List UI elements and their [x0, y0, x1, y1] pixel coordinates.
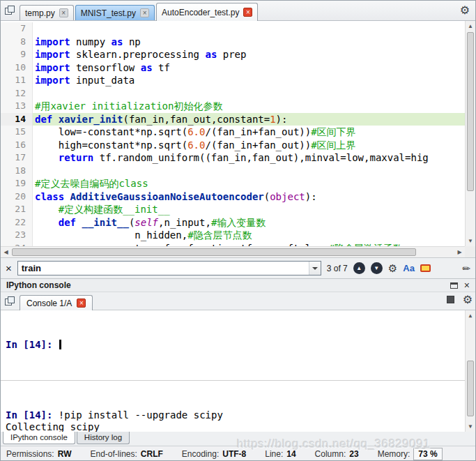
tab-close-icon[interactable]: ×: [59, 8, 68, 17]
tab-close-icon[interactable]: ×: [140, 8, 149, 17]
code-token: In [14]:: [6, 409, 59, 421]
chevron-down-icon: [312, 267, 318, 270]
status-item-endoflines: End-of-lines:CRLF: [90, 449, 162, 459]
scroll-up-arrow-icon[interactable]: ▲: [466, 21, 475, 31]
code-token: def: [35, 114, 52, 125]
editor-tabs: temp.py×MNIST_test.py×AutoEncoder_test.p…: [20, 1, 259, 20]
code-line[interactable]: 18: [1, 165, 465, 178]
code-token: #用xavier initialization初始化参数: [35, 100, 222, 112]
console-tab-label: Console 1/A: [26, 298, 72, 308]
code-line[interactable]: 9import sklearn.preprocessing as prep: [1, 48, 465, 61]
interrupt-stop-icon[interactable]: [447, 296, 454, 303]
status-value: 23: [349, 449, 358, 459]
status-label: Line:: [265, 449, 283, 459]
code-line[interactable]: 20class AdditiveGaussioanNoiseAutoencode…: [1, 190, 465, 204]
code-token: 6.0: [187, 139, 205, 151]
console-tab-bar-actions: ⚙: [447, 293, 473, 310]
code-token: /(fan_in+fan_out)): [205, 139, 311, 151]
code-line[interactable]: 8import numpy as np: [1, 36, 465, 49]
line-number: 8: [1, 36, 33, 49]
scroll-right-arrow-icon[interactable]: ▶: [454, 247, 465, 257]
editor-tab-mnist_test-py[interactable]: MNIST_test.py×: [75, 5, 155, 20]
code-text: low=-constant*np.sqrt(6.0/(fan_in+fan_ou…: [33, 126, 465, 139]
code-token: Collecting scipy: [6, 421, 100, 432]
code-token: [35, 152, 59, 163]
find-next-button[interactable]: ▼: [371, 262, 383, 274]
console-browse-tabs-icon[interactable]: [5, 296, 15, 307]
code-token: import: [35, 36, 70, 47]
console-lines: In [14]: !pip install --upgrade scipyCol…: [6, 409, 461, 432]
console-vertical-scrollbar[interactable]: ▲ ▼: [465, 310, 475, 432]
editor-options-gear-icon[interactable]: ⚙: [460, 3, 470, 17]
scroll-left-arrow-icon[interactable]: ◀: [1, 247, 11, 257]
console-line: In [14]: !pip install --upgrade scipy: [6, 409, 461, 421]
code-line[interactable]: 11import input_data: [1, 74, 465, 87]
code-line[interactable]: 21 #定义构建函数__init__: [1, 203, 465, 216]
editor-tab-bar: temp.py×MNIST_test.py×AutoEncoder_test.p…: [1, 1, 475, 21]
editor-tab-temp-py[interactable]: temp.py×: [20, 5, 74, 20]
code-token: (fan_in,fan_out,constant=: [123, 114, 270, 125]
search-input[interactable]: [18, 262, 309, 275]
bottom-tab-ipython-console[interactable]: IPython console: [3, 432, 75, 444]
panel-close-icon[interactable]: ×: [464, 281, 470, 289]
match-case-toggle[interactable]: Aa: [403, 263, 415, 273]
code-line[interactable]: 15 low=-constant*np.sqrt(6.0/(fan_in+fan…: [1, 126, 465, 139]
code-text: import sklearn.preprocessing as prep: [33, 48, 465, 61]
code-line[interactable]: 10import tensorflow as tf: [1, 61, 465, 75]
console-vertical-scroll-thumb[interactable]: [467, 361, 474, 416]
bottom-tab-history-log[interactable]: History log: [77, 432, 130, 444]
find-close-icon[interactable]: ×: [6, 264, 12, 273]
highlight-matches-icon[interactable]: [420, 264, 431, 272]
editor-horizontal-scrollbar[interactable]: ◀ ▶: [1, 246, 465, 257]
code-line[interactable]: 7: [1, 22, 465, 36]
code-line[interactable]: 19#定义去噪自编码的class: [1, 177, 465, 190]
code-token: high=constant*np.sqrt(: [35, 139, 187, 151]
find-previous-button[interactable]: ▲: [353, 262, 365, 274]
console-tab-bar: Console 1/A × ⚙: [1, 292, 475, 310]
bottom-dock-tabs: IPython consoleHistory log: [1, 432, 475, 446]
scroll-up-arrow-icon[interactable]: ▲: [466, 310, 475, 321]
editor-tab-autoencoder_test-py[interactable]: AutoEncoder_test.py×: [156, 3, 258, 21]
code-token: tf.random_uniform((fan_in,fan_out),minva…: [93, 152, 428, 163]
code-token: 1: [270, 114, 275, 125]
editor-vertical-scroll-thumb[interactable]: [467, 32, 474, 191]
console-prompt-line: In [14]:: [6, 339, 461, 351]
undock-icon[interactable]: [450, 282, 458, 289]
tab-close-icon[interactable]: ×: [243, 8, 252, 17]
console-tab[interactable]: Console 1/A ×: [20, 295, 93, 310]
code-line[interactable]: 16 high=constant*np.sqrt(6.0/(fan_in+fan…: [1, 139, 465, 152]
code-token: tensorflow: [70, 62, 141, 73]
line-number: 13: [1, 100, 33, 113]
console-output[interactable]: In [14]: In [14]: !pip install --upgrade…: [1, 310, 475, 432]
code-line[interactable]: 12: [1, 87, 465, 100]
status-value: 73 %: [413, 448, 442, 460]
code-line[interactable]: 23 n_hidden,#隐含层节点数: [1, 229, 465, 242]
find-bar: × 3 of 7 ▲ ▼ ⚙ Aa ✏: [1, 257, 475, 278]
search-combobox[interactable]: [17, 261, 321, 275]
console-options-gear-icon[interactable]: ⚙: [463, 293, 473, 306]
code-line[interactable]: 22 def __init__(self,n_input,#输入变量数: [1, 216, 465, 229]
code-token: [35, 204, 59, 215]
status-item-permissions: Permissions:RW: [6, 449, 71, 459]
console-tab-close-icon[interactable]: ×: [77, 298, 86, 308]
edit-pencil-icon[interactable]: ✏: [462, 263, 470, 274]
scroll-down-arrow-icon[interactable]: ▼: [466, 421, 475, 432]
find-options-gear-icon[interactable]: ⚙: [388, 262, 397, 275]
code-line[interactable]: 17 return tf.random_uniform((fan_in,fan_…: [1, 151, 465, 165]
browse-tabs-icon[interactable]: [5, 6, 15, 16]
editor-vertical-scrollbar[interactable]: ▲ ▼: [465, 21, 475, 246]
scroll-down-arrow-icon[interactable]: ▼: [466, 236, 475, 246]
combo-dropdown-icon[interactable]: [309, 262, 321, 275]
code-editor[interactable]: 78import numpy as np9import sklearn.prep…: [1, 21, 475, 257]
tab-label: temp.py: [25, 8, 55, 18]
code-line[interactable]: 13#用xavier initialization初始化参数: [1, 100, 465, 113]
line-number: 21: [1, 203, 33, 216]
browse-tabs-icon-part: [8, 296, 15, 303]
code-token: self: [135, 217, 158, 228]
status-item-column: Column:23: [315, 449, 359, 459]
line-number: 23: [1, 229, 33, 242]
code-token: as: [112, 36, 123, 47]
text-cursor: [59, 340, 61, 349]
editor-horizontal-scroll-thumb[interactable]: [12, 248, 416, 256]
code-line[interactable]: 14def xavier_init(fan_in,fan_out,constan…: [1, 113, 465, 126]
